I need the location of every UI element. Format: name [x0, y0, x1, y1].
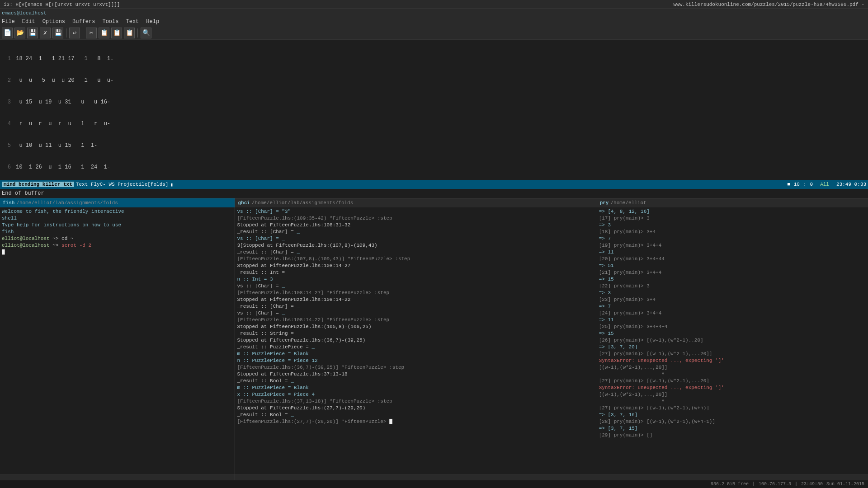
pane-pry-name: pry — [600, 200, 609, 206]
toolbar-sep1 — [66, 28, 66, 38]
pane-ghci: ghci /home/elliot/lab/assignments/folds … — [235, 198, 597, 483]
menu-tools[interactable]: Tools — [102, 19, 118, 25]
status-sep: : — [803, 182, 807, 187]
fish-prompt2: elliot@localhost — [2, 243, 50, 248]
toolbar-paste2[interactable]: 📋 — [124, 28, 135, 38]
fish-welcome: Welcome to fish, the friendly interactiv… — [2, 209, 124, 235]
title-left: i3: H[V[emacs H[T[urxvt urxvt urxvt]]]] — [4, 2, 120, 7]
status-col: 0 — [810, 182, 813, 187]
toolbar-sep2 — [83, 28, 83, 38]
fish-cmd: scrot -d 2 — [61, 243, 91, 248]
toolbar-close[interactable]: ✗ — [40, 28, 51, 38]
pane-fish-content[interactable]: Welcome to fish, the friendly interactiv… — [0, 207, 235, 474]
echo-text: End of buffer — [2, 190, 44, 197]
ip-address: 100.76.177.3 — [759, 482, 791, 487]
bottom-status: 936.2 GiB free | 100.76.177.3 | 23:49:50… — [0, 480, 868, 488]
editor-line-1: 1 18 24 1 1 21 17 1 8 1. — [2, 55, 866, 62]
editor-line-2: 2 u u 5 u u 20 1 u u- — [2, 77, 866, 84]
toolbar-save[interactable]: 💾 — [27, 28, 38, 38]
echo-area: End of buffer — [0, 189, 868, 198]
title-bar: i3: H[V[emacs H[T[urxvt urxvt urxvt]]]] … — [0, 0, 868, 9]
menu-options[interactable]: Options — [42, 19, 65, 25]
ghci-line2: [FifteenPuzzle.lhs:(109:35-42) *FifteenP… — [237, 216, 392, 221]
host-label: emacs@localhost — [2, 10, 47, 16]
status-time: 23:49 0:33 — [836, 182, 866, 187]
status-line: ■ — [787, 182, 790, 187]
menu-edit[interactable]: Edit — [22, 19, 35, 25]
toolbar-save2[interactable]: 💾 — [52, 28, 63, 38]
pane-fish: fish /home/elliot/lab/assignments/folds … — [0, 198, 235, 483]
system-date: Sun 01-11-2015 — [826, 482, 864, 487]
pane-fish-title: fish /home/elliot/lab/assignments/folds — [0, 198, 235, 207]
system-time: 23:49:50 — [801, 482, 823, 487]
pane-pry-title: pry /home/elliot — [597, 198, 868, 207]
pane-pry-path: /home/elliot — [610, 200, 646, 206]
menu-text[interactable]: Text — [126, 19, 139, 25]
editor-line-3: 3 u 15 u 19 u 31 u u 16- — [2, 99, 866, 106]
pane-ghci-title: ghci /home/elliot/lab/assignments/folds — [235, 198, 596, 207]
toolbar-cut[interactable]: ✂ — [86, 28, 97, 38]
status-filename: mind_bending_killer_txt — [2, 182, 74, 187]
pane-ghci-path: /home/elliot/lab/assignments/folds — [252, 200, 353, 206]
status-right: ■ 10 : 0 All 23:49 0:33 — [787, 182, 866, 187]
menu-file[interactable]: File — [2, 19, 15, 25]
pane-pry: pry /home/elliot => [4, 8, 12, 16] [17] … — [597, 198, 868, 483]
menu-bar: File Edit Options Buffers Tools Text Hel… — [0, 17, 868, 26]
status-bar: mind_bending_killer_txt Text FlyC- WS Pr… — [0, 180, 868, 189]
pane-pry-content[interactable]: => [4, 8, 12, 16] [17] pry(main)> 3 => 3… — [597, 207, 868, 474]
disk-free: 936.2 GiB free — [711, 482, 749, 487]
toolbar-search[interactable]: 🔍 — [141, 28, 151, 38]
status-mode: Text FlyC- WS Projectile[folds] — [76, 182, 169, 187]
fish-cursor: █ — [2, 249, 5, 255]
title-right: www.killersudokuonline.com/puzzles/2015/… — [674, 2, 864, 7]
pane-fish-path: /home/elliot/lab/assignments/folds — [16, 200, 118, 206]
bottom-panes: fish /home/elliot/lab/assignments/folds … — [0, 198, 868, 483]
toolbar-open[interactable]: 📂 — [14, 28, 25, 38]
fish-prompt-sep1: ~> cd ~ — [50, 236, 74, 241]
editor-line-5: 5 u 10 u 11 u 15 1 1- — [2, 142, 866, 149]
toolbar-new[interactable]: 📄 — [2, 28, 13, 38]
status-pos: All — [820, 182, 829, 187]
editor-line-6: 6 10 1 26 u 1 16 1 24 1- — [2, 164, 866, 171]
ghci-line1: vs :: [Char] = "3" — [237, 209, 291, 214]
toolbar: 📄 📂 💾 ✗ 💾 ↩ ✂ 📋 📋 📋 🔍 — [0, 26, 868, 40]
pane-fish-name: fish — [3, 200, 14, 206]
fish-prompt-sep2: ~> — [50, 243, 61, 248]
status-cursor: ▮ — [170, 182, 173, 188]
status-linenum: 10 — [794, 182, 800, 187]
editor-area: 1 18 24 1 1 21 17 1 8 1. 2 u u 5 u u 20 … — [0, 40, 868, 180]
host-bar: emacs@localhost — [0, 9, 868, 17]
menu-help[interactable]: Help — [146, 19, 159, 25]
bottom-sep2: | — [795, 482, 797, 487]
fish-prompt1: elliot@localhost — [2, 236, 50, 241]
bottom-sep1: | — [752, 482, 755, 487]
pane-ghci-name: ghci — [238, 200, 250, 206]
toolbar-paste[interactable]: 📋 — [111, 28, 122, 38]
editor-content[interactable]: 1 18 24 1 1 21 17 1 8 1. 2 u u 5 u u 20 … — [0, 40, 868, 180]
editor-line-4: 4 r u r u r u l r u- — [2, 120, 866, 127]
status-left: mind_bending_killer_txt Text FlyC- WS Pr… — [2, 182, 173, 188]
pane-ghci-content[interactable]: vs :: [Char] = "3" [FifteenPuzzle.lhs:(1… — [235, 207, 596, 474]
toolbar-undo[interactable]: ↩ — [69, 28, 80, 38]
toolbar-copy[interactable]: 📋 — [99, 28, 109, 38]
menu-buffers[interactable]: Buffers — [72, 19, 95, 25]
toolbar-sep3 — [137, 28, 138, 38]
